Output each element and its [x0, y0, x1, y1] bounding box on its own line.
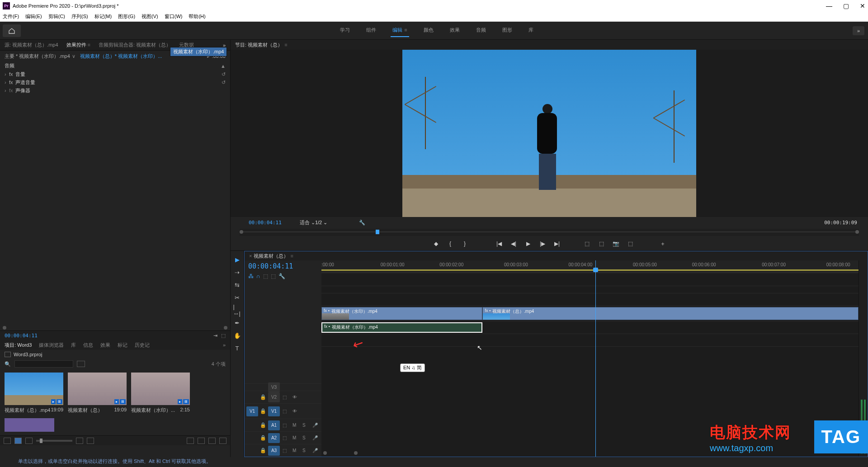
tab-source[interactable]: 源: 视频素材（总）.mp4: [5, 42, 58, 48]
tab-history[interactable]: 历史记: [135, 342, 150, 349]
prop-channel-volume[interactable]: ›fx 声道音量 ↺: [0, 78, 230, 86]
timeline-ruler[interactable]: :00:00 00:00:01:00 00:00:02:00 00:00:03:…: [321, 260, 859, 273]
effect-clip-token[interactable]: 视频素材（水印）.mp4: [170, 47, 227, 57]
settings-icon[interactable]: 🔧: [359, 220, 365, 226]
freeform-view-button[interactable]: [25, 438, 33, 444]
extract-button[interactable]: ⬚: [597, 240, 605, 248]
timeline-clip[interactable]: fx ▪视频素材（水印）.mp4: [321, 307, 482, 320]
sort-button[interactable]: [76, 438, 83, 444]
insert-icon[interactable]: ⇥: [213, 333, 217, 339]
automate-button[interactable]: [87, 438, 94, 444]
out-point-button[interactable]: }: [461, 240, 469, 248]
workspace-learn[interactable]: 学习: [338, 24, 352, 37]
menu-clip[interactable]: 剪辑(C): [48, 13, 65, 20]
prop-volume[interactable]: ›fx 音量 ↺: [0, 70, 230, 78]
workspace-assembly[interactable]: 组件: [364, 24, 378, 37]
track-v2-lane[interactable]: [321, 293, 859, 306]
menu-file[interactable]: 文件(F): [3, 13, 19, 20]
workspace-libraries[interactable]: 库: [527, 24, 535, 37]
minimize-button[interactable]: —: [826, 2, 832, 9]
timeline-zoom-right[interactable]: [354, 451, 358, 455]
track-v3-lane[interactable]: [321, 286, 859, 293]
scrub-end[interactable]: [855, 230, 859, 234]
linked-selection-toggle[interactable]: ∩: [256, 273, 260, 279]
snap-toggle[interactable]: ⁂: [248, 273, 254, 279]
menu-marker[interactable]: 标记(M): [94, 13, 112, 20]
playhead-marker[interactable]: [376, 230, 379, 234]
tab-info[interactable]: 信息: [83, 342, 93, 349]
scrub-start[interactable]: [240, 230, 243, 234]
reset-icon[interactable]: ↺: [222, 80, 226, 85]
reset-icon[interactable]: ↺: [222, 71, 226, 77]
timeline-clip[interactable]: fx ▪视频素材（总）.mp4: [482, 307, 859, 320]
resolution-dropdown[interactable]: 1/2 ⌄: [315, 220, 327, 226]
settings-toggle[interactable]: 🔧: [278, 273, 285, 279]
overwrite-icon[interactable]: ⬚: [221, 333, 226, 339]
comparison-button[interactable]: ⬚: [626, 240, 634, 248]
new-bin-button[interactable]: [198, 438, 205, 444]
project-item[interactable]: [5, 418, 54, 432]
menu-edit[interactable]: 编辑(E): [25, 13, 42, 20]
project-breadcrumb[interactable]: Word3.prproj: [0, 350, 230, 359]
button-editor[interactable]: ＋: [659, 240, 667, 248]
tab-effects[interactable]: 效果: [100, 342, 110, 349]
track-select-tool[interactable]: ⇢: [233, 268, 241, 276]
tab-markers[interactable]: 标记: [118, 342, 127, 349]
track-a2-lane[interactable]: [321, 334, 859, 346]
program-scrubber[interactable]: [240, 229, 859, 236]
source-patch-v1[interactable]: V1: [246, 406, 258, 416]
home-button[interactable]: [3, 24, 21, 37]
track-a3-lane[interactable]: [321, 346, 859, 359]
project-tabs-overflow[interactable]: »: [223, 342, 226, 348]
sync-lock-toggle[interactable]: ⬚: [271, 273, 276, 279]
type-tool[interactable]: T: [233, 344, 241, 352]
playhead[interactable]: [595, 260, 596, 457]
pen-tool[interactable]: ✒: [233, 319, 241, 327]
tab-project[interactable]: 项目: Word3: [5, 342, 32, 349]
scrollbar-right[interactable]: [224, 326, 227, 330]
source-timecode[interactable]: 00:00:04:11: [5, 333, 38, 339]
toggle-output-icon[interactable]: ⬚: [283, 409, 290, 414]
new-item-button[interactable]: [208, 438, 216, 444]
project-item[interactable]: ▸⊞ 视频素材（总）.mp419:09: [5, 373, 63, 414]
step-back-button[interactable]: ◀|: [509, 240, 518, 248]
menu-window[interactable]: 窗口(W): [165, 13, 183, 20]
goto-out-button[interactable]: ▶|: [553, 240, 561, 248]
close-button[interactable]: ✕: [860, 2, 865, 9]
timeline-zoom-left[interactable]: [323, 451, 327, 455]
track-header-a2[interactable]: 🔒 A2 ⬚MS🎤: [245, 431, 321, 444]
menu-sequence[interactable]: 序列(S): [71, 13, 88, 20]
menu-view[interactable]: 视图(V): [142, 13, 158, 20]
track-header-v3[interactable]: V3: [245, 383, 321, 391]
list-view-button[interactable]: [4, 438, 11, 444]
lift-button[interactable]: ⬚: [583, 240, 591, 248]
program-monitor[interactable]: [231, 50, 868, 217]
thumbnail-size-slider[interactable]: [36, 440, 72, 442]
export-frame-button[interactable]: 📷: [612, 240, 620, 248]
track-header-v1[interactable]: V1 🔒 V1 ⬚ 👁: [245, 403, 321, 419]
toggle-output-icon[interactable]: ⬚: [283, 395, 290, 400]
track-header-a1[interactable]: 🔒 A1 ⬚MS🎤: [245, 419, 321, 431]
selection-tool[interactable]: ▶: [233, 255, 241, 264]
hand-tool[interactable]: ✋: [233, 331, 241, 340]
workspace-editing[interactable]: 编辑≡: [391, 24, 409, 37]
marker-toggle[interactable]: ⬚: [263, 273, 268, 279]
project-item[interactable]: ▸⊞ 视频素材（总）19:09: [68, 373, 127, 414]
program-timecode[interactable]: 00:00:04:11: [249, 220, 282, 226]
target-v1[interactable]: V1: [268, 406, 280, 416]
track-header-v2[interactable]: 🔒 V2 ⬚ 👁: [245, 391, 321, 403]
track-a1-lane[interactable]: fx ▪视频素材（水印）.mp4: [321, 321, 859, 334]
workspace-effects[interactable]: 效果: [448, 24, 462, 37]
marker-button[interactable]: ◆: [432, 240, 440, 248]
workspace-color[interactable]: 颜色: [422, 24, 435, 37]
tab-media-browser[interactable]: 媒体浏览器: [39, 342, 64, 349]
search-input[interactable]: [14, 360, 73, 368]
timeline-clip-audio[interactable]: fx ▪视频素材（水印）.mp4: [321, 322, 482, 333]
timeline-timecode[interactable]: 00:00:04:11: [245, 260, 321, 272]
menu-help[interactable]: 帮助(H): [189, 13, 205, 20]
track-header-a3[interactable]: 🔒 A3 ⬚MS🎤: [245, 444, 321, 457]
ripple-edit-tool[interactable]: ⇆: [233, 281, 241, 289]
effect-clip-label[interactable]: 视频素材（总）* 视频素材（水印）...: [80, 53, 162, 60]
audio-section-header[interactable]: 音频 ▲: [0, 61, 230, 70]
project-item[interactable]: ▸⊞ 视频素材（水印）...2:15: [131, 373, 190, 414]
